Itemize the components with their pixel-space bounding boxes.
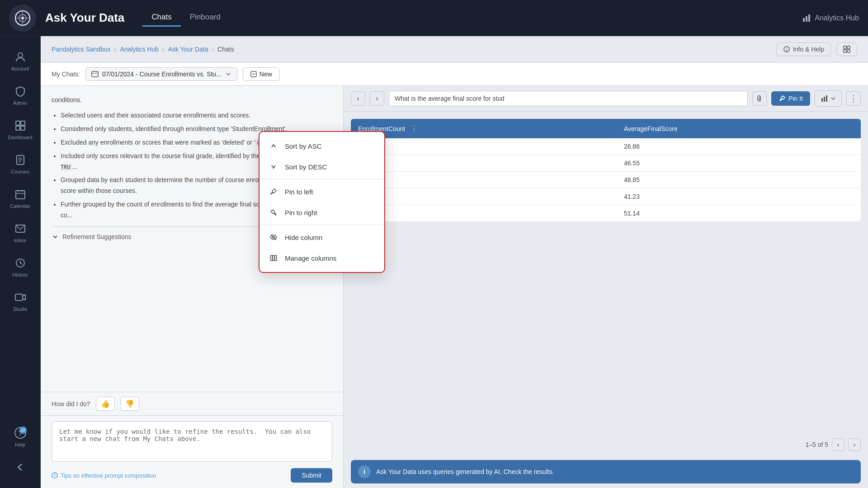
columns-icon: [269, 253, 278, 263]
pin-left-label: Pin to left: [285, 188, 313, 196]
pin-right-item[interactable]: Pin to right: [259, 202, 384, 223]
pin-right-icon: [269, 207, 278, 217]
menu-divider-2: [259, 225, 384, 225]
arrow-down-icon: [269, 162, 278, 172]
sort-asc-item[interactable]: Sort by ASC: [259, 136, 384, 156]
pin-left-item[interactable]: Pin to left: [259, 181, 384, 202]
sort-asc-label: Sort by ASC: [285, 142, 322, 150]
pin-left-icon: [269, 187, 278, 197]
svg-rect-46: [275, 255, 277, 261]
eye-off-icon: [269, 232, 278, 242]
menu-divider-1: [259, 179, 384, 179]
arrow-up-icon: [269, 141, 278, 151]
pin-right-label: Pin to right: [285, 209, 317, 216]
svg-rect-44: [270, 255, 272, 261]
hide-column-item[interactable]: Hide column: [259, 227, 384, 248]
context-menu-overlay[interactable]: [0, 0, 868, 488]
context-menu: Sort by ASC Sort by DESC Pin to left Pin…: [259, 131, 385, 273]
hide-column-label: Hide column: [285, 234, 322, 241]
svg-rect-45: [273, 255, 274, 261]
manage-columns-label: Manage columns: [285, 254, 336, 262]
manage-columns-item[interactable]: Manage columns: [259, 248, 384, 268]
sort-desc-item[interactable]: Sort by DESC: [259, 156, 384, 177]
sort-desc-label: Sort by DESC: [285, 163, 327, 171]
